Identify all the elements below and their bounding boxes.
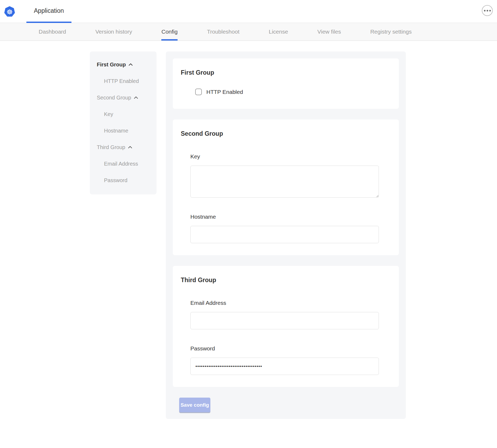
tab-version-history[interactable]: Version history <box>95 23 132 41</box>
chevron-up-icon <box>129 63 133 66</box>
tab-registry-settings[interactable]: Registry settings <box>370 23 412 41</box>
password-field-group: Password <box>190 345 379 375</box>
hostname-field-group: Hostname <box>190 214 379 243</box>
app-navbar: Dashboard Version history Config Trouble… <box>0 23 497 41</box>
http-enabled-label[interactable]: HTTP Enabled <box>206 89 243 95</box>
config-group-second-group: Second Group Key Hostname <box>173 119 399 255</box>
config-panel: First Group HTTP Enabled Second Group Ke… <box>166 51 406 419</box>
group-title: Third Group <box>181 277 391 284</box>
config-sidebar: First Group HTTP Enabled Second Group Ke… <box>90 51 157 194</box>
tab-troubleshoot[interactable]: Troubleshoot <box>207 23 239 41</box>
sidebar-group-label: Second Group <box>97 95 131 101</box>
sidebar-group-second-group[interactable]: Second Group <box>90 89 157 106</box>
chevron-up-icon <box>134 96 138 99</box>
tab-config[interactable]: Config <box>161 23 178 41</box>
password-label: Password <box>190 345 379 352</box>
key-field-group: Key <box>190 153 379 198</box>
key-textarea[interactable] <box>190 166 379 198</box>
config-page: First Group HTTP Enabled Second Group Ke… <box>0 41 497 419</box>
hostname-input[interactable] <box>190 226 379 243</box>
ellipsis-menu-icon[interactable] <box>482 5 493 16</box>
sidebar-group-third-group[interactable]: Third Group <box>90 139 157 155</box>
tab-license[interactable]: License <box>269 23 288 41</box>
sidebar-item-hostname[interactable]: Hostname <box>90 122 157 139</box>
http-enabled-checkbox[interactable] <box>195 89 202 95</box>
password-input[interactable] <box>190 358 379 375</box>
application-tab[interactable]: Application <box>26 0 71 23</box>
sidebar-item-http-enabled[interactable]: HTTP Enabled <box>90 73 157 89</box>
kubernetes-logo-icon: ☸ <box>4 6 15 17</box>
config-group-first-group: First Group HTTP Enabled <box>173 58 399 109</box>
hostname-label: Hostname <box>190 214 379 220</box>
email-address-label: Email Address <box>190 300 379 306</box>
email-field-group: Email Address <box>190 300 379 329</box>
sidebar-group-first-group[interactable]: First Group <box>90 56 157 73</box>
group-title: First Group <box>181 69 391 76</box>
app-header: ☸ Application <box>0 0 497 23</box>
email-address-input[interactable] <box>190 312 379 329</box>
save-config-button[interactable]: Save config <box>179 398 210 412</box>
sidebar-group-label: First Group <box>97 62 126 68</box>
tab-dashboard[interactable]: Dashboard <box>39 23 66 41</box>
sidebar-group-label: Third Group <box>97 144 125 150</box>
tab-view-files[interactable]: View files <box>317 23 341 41</box>
sidebar-item-password[interactable]: Password <box>90 172 157 189</box>
key-label: Key <box>190 153 379 160</box>
chevron-up-icon <box>128 146 132 149</box>
sidebar-item-key[interactable]: Key <box>90 106 157 122</box>
config-group-third-group: Third Group Email Address Password <box>173 266 399 387</box>
group-title: Second Group <box>181 130 391 137</box>
svg-text:☸: ☸ <box>6 8 13 16</box>
http-enabled-row: HTTP Enabled <box>195 89 391 95</box>
sidebar-item-email-address[interactable]: Email Address <box>90 155 157 172</box>
